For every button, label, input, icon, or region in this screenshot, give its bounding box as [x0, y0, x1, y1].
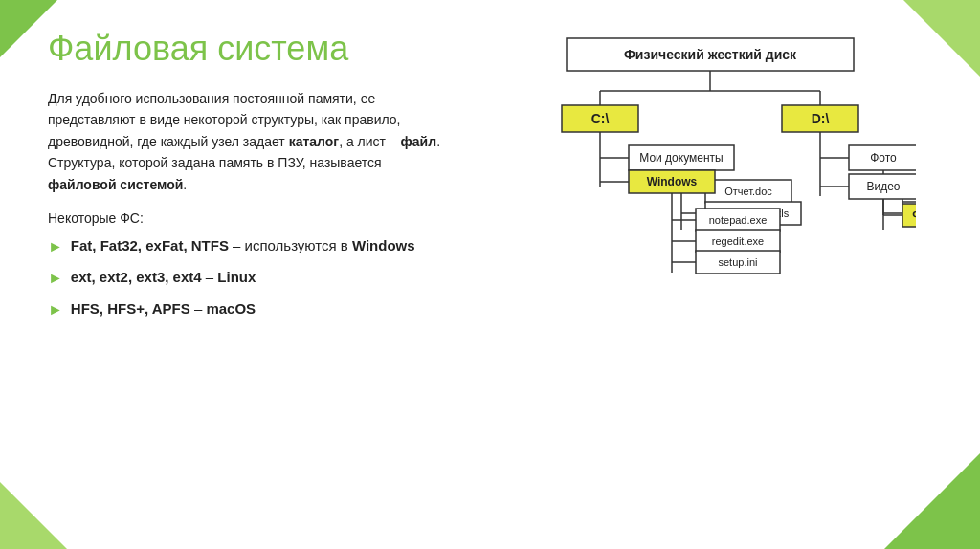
svg-text:Фото: Фото — [870, 151, 897, 165]
arrow-icon-2: ► — [48, 270, 63, 287]
list-item-3-text: HFS, HFS+, APFS – macOS — [71, 300, 256, 317]
some-fs-label: Некоторые ФС: — [48, 210, 450, 226]
svg-text:setup.ini: setup.ini — [719, 256, 758, 268]
arrow-icon-3: ► — [48, 301, 63, 318]
list-item-2-text: ext, ext2, ext3, ext4 – Linux — [71, 269, 256, 285]
svg-text:Физический жесткий диск: Физический жесткий диск — [624, 47, 797, 62]
filesystem-diagram: Физический жесткий диск C:\ D:\ — [504, 29, 916, 507]
diagram-panel: Физический жесткий диск C:\ D:\ — [488, 29, 932, 507]
svg-text:Windows: Windows — [647, 175, 698, 188]
arrow-icon-1: ► — [48, 238, 63, 255]
list-item-1: ► Fat, Fat32, exFat, NTFS – используются… — [48, 237, 450, 255]
svg-text:C:\: C:\ — [591, 111, 610, 126]
tree-svg: Физический жесткий диск C:\ D:\ — [504, 29, 916, 507]
svg-text:Видео: Видео — [866, 180, 900, 193]
list-item-3: ► HFS, HFS+, APFS – macOS — [48, 300, 450, 318]
list-item-2: ► ext, ext2, ext3, ext4 – Linux — [48, 269, 450, 287]
svg-text:Отчет.doc: Отчет.doc — [724, 186, 772, 197]
description-text: Для удобного использования постоянной па… — [48, 88, 450, 195]
page-title: Файловая система — [48, 29, 450, 69]
svg-text:Мои документы: Мои документы — [639, 151, 723, 165]
svg-text:D:\: D:\ — [812, 111, 830, 126]
list-item-1-text: Fat, Fat32, exFat, NTFS – используются в… — [71, 237, 415, 253]
svg-text:regedit.exe: regedit.exe — [712, 235, 764, 247]
text-panel: Файловая система Для удобного использова… — [48, 29, 450, 507]
svg-text:notepad.exe: notepad.exe — [709, 214, 768, 226]
svg-text:Фильмы: Фильмы — [912, 209, 916, 222]
